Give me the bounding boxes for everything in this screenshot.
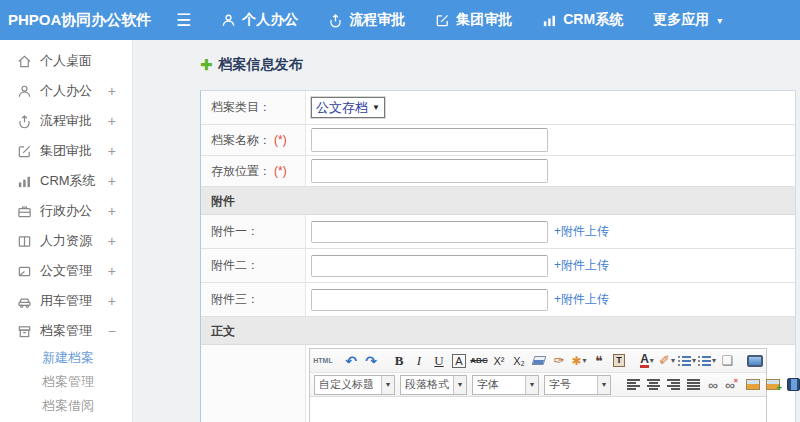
briefcase-icon — [16, 204, 32, 219]
underline-button[interactable]: U — [430, 351, 448, 371]
nav-more-apps[interactable]: 更多应用 ▾ — [653, 11, 722, 29]
editor-toolbar-row1: HTML ↶ ↷ B I U A ABC X² — [310, 349, 766, 373]
italic-button[interactable]: I — [410, 351, 428, 371]
nav-personal-office[interactable]: 个人办公 — [221, 11, 298, 29]
upload-image-button[interactable]: + — [764, 375, 782, 395]
sidebar-item-workflow-approval[interactable]: 流程审批 + — [0, 106, 132, 136]
remove-format-button[interactable] — [530, 351, 548, 371]
form-row-attachment-1: 附件一： +附件上传 — [201, 215, 795, 249]
attachment3-upload-link[interactable]: +附件上传 — [554, 291, 609, 308]
paste-as-text-button[interactable]: T — [610, 351, 628, 371]
remove-link-button[interactable]: ∞✕ — [724, 375, 742, 395]
expand-toggle[interactable]: + — [108, 263, 116, 279]
html-source-button[interactable]: HTML — [314, 351, 332, 371]
sidebar-item-hr[interactable]: 人力资源 + — [0, 226, 132, 256]
align-justify-button[interactable] — [684, 375, 702, 395]
font-color-button[interactable]: A▾ — [638, 351, 656, 371]
dropdown-caret-icon: ▾ — [583, 356, 587, 365]
sidebar-item-label: CRM系统 — [40, 172, 108, 190]
attachment2-input[interactable] — [311, 255, 548, 277]
redo-button[interactable]: ↷ — [362, 351, 380, 371]
image-plus-icon: + — [766, 379, 780, 390]
blockquote-button[interactable]: ❝ — [590, 351, 608, 371]
insert-media-button[interactable] — [784, 375, 800, 395]
editor-content-area[interactable] — [310, 397, 766, 422]
category-select[interactable]: 公文存档 ▼ — [311, 97, 385, 118]
dropdown-caret-icon: ▾ — [597, 376, 610, 394]
expand-toggle[interactable]: + — [108, 83, 116, 99]
heading-style-select[interactable]: 自定义标题 ▾ — [314, 375, 395, 395]
add-icon: ✚ — [200, 56, 213, 74]
attachment1-input[interactable] — [311, 221, 548, 243]
collapse-toggle[interactable]: − — [108, 323, 116, 339]
sidebar-subitem-archive-borrow[interactable]: 档案借阅 — [0, 394, 132, 418]
unordered-list-button[interactable]: ▾ — [698, 351, 716, 371]
insert-link-button[interactable]: ∞ — [704, 375, 722, 395]
nav-label: 更多应用 — [653, 11, 709, 29]
form-row-attachment-2: 附件二： +附件上传 — [201, 249, 795, 283]
highlight-color-button[interactable]: ✐▾ — [658, 351, 676, 371]
dropdown-caret-icon: ▾ — [650, 356, 654, 365]
sidebar-item-desktop[interactable]: 个人桌面 — [0, 46, 132, 76]
nav-group-approval[interactable]: 集团审批 — [435, 11, 512, 29]
edit-icon — [16, 144, 32, 159]
form-row-location: 存放位置： (*) — [201, 156, 795, 187]
font-size-select[interactable]: 字号 ▾ — [544, 375, 611, 395]
align-justify-icon — [687, 379, 700, 390]
attachment3-input[interactable] — [311, 289, 548, 311]
nav-label: 流程审批 — [349, 11, 405, 29]
subscript-button[interactable]: X₂ — [510, 351, 528, 371]
workflow-icon — [16, 114, 32, 129]
paragraph-format-select[interactable]: 段落格式 ▾ — [400, 375, 467, 395]
align-right-icon — [667, 379, 680, 390]
sidebar-subitem-new-archive[interactable]: 新建档案 — [0, 346, 132, 370]
insert-image-button[interactable] — [744, 375, 762, 395]
expand-toggle[interactable]: + — [108, 173, 116, 189]
expand-toggle[interactable]: + — [108, 233, 116, 249]
ordered-list-button[interactable]: ▾ — [678, 351, 696, 371]
archive-name-input[interactable] — [311, 128, 548, 152]
unlink-x-icon: ✕ — [733, 377, 739, 385]
align-left-button[interactable] — [624, 375, 642, 395]
expand-toggle[interactable]: + — [108, 143, 116, 159]
undo-button[interactable]: ↶ — [342, 351, 360, 371]
format-painter-button[interactable]: ✑ — [550, 351, 568, 371]
expand-toggle[interactable]: + — [108, 113, 116, 129]
storage-location-input[interactable] — [311, 159, 548, 183]
body-section-header: 正文 — [201, 317, 795, 345]
strikethrough-button[interactable]: ABC — [470, 351, 488, 371]
sidebar-item-label: 行政办公 — [40, 202, 108, 220]
new-page-button[interactable]: ❏ — [718, 351, 736, 371]
sidebar-item-archive-mgmt[interactable]: 档案管理 − — [0, 316, 132, 346]
sidebar-item-personal-office[interactable]: 个人办公 + — [0, 76, 132, 106]
select-caret-icon: ▼ — [372, 103, 380, 112]
eraser-icon — [532, 356, 547, 365]
quick-format-button[interactable]: ✱▾ — [570, 351, 588, 371]
person-icon — [221, 13, 236, 28]
nav-crm-system[interactable]: CRM系统 — [542, 11, 623, 29]
category-label: 档案类目： — [201, 91, 306, 124]
superscript-button[interactable]: X² — [490, 351, 508, 371]
sidebar-item-vehicle-mgmt[interactable]: 用车管理 + — [0, 286, 132, 316]
sidebar-item-document-mgmt[interactable]: 公文管理 + — [0, 256, 132, 286]
bold-button[interactable]: B — [390, 351, 408, 371]
sidebar-item-group-approval[interactable]: 集团审批 + — [0, 136, 132, 166]
nav-label: 个人办公 — [242, 11, 298, 29]
font-name-button[interactable]: A — [452, 354, 465, 368]
align-center-button[interactable] — [644, 375, 662, 395]
sidebar-item-admin-office[interactable]: 行政办公 + — [0, 196, 132, 226]
align-right-button[interactable] — [664, 375, 682, 395]
select-value: 字号 — [545, 377, 597, 392]
expand-toggle[interactable]: + — [108, 203, 116, 219]
dropdown-caret-icon: ▾ — [692, 356, 696, 365]
attachment1-upload-link[interactable]: +附件上传 — [554, 223, 609, 240]
hamburger-menu-icon[interactable]: ☰ — [176, 10, 191, 31]
fullscreen-button[interactable] — [746, 351, 764, 371]
attachment2-upload-link[interactable]: +附件上传 — [554, 257, 609, 274]
sidebar-item-crm[interactable]: CRM系统 + — [0, 166, 132, 196]
sidebar-subitem-archive-manage[interactable]: 档案管理 — [0, 370, 132, 394]
nav-workflow-approval[interactable]: 流程审批 — [328, 11, 405, 29]
font-family-select[interactable]: 字体 ▾ — [472, 375, 539, 395]
form-row-name: 档案名称： (*) — [201, 125, 795, 156]
expand-toggle[interactable]: + — [108, 293, 116, 309]
